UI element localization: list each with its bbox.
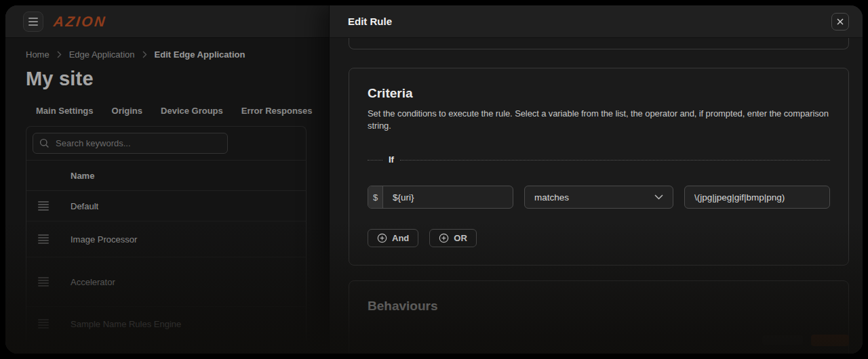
close-button[interactable] — [831, 13, 849, 30]
comparison-input[interactable] — [684, 186, 830, 209]
variable-prefix: $ — [368, 186, 383, 208]
operator-select[interactable]: matches — [524, 186, 673, 209]
add-or-button[interactable]: OR — [429, 229, 477, 247]
modal-header: Edit Rule — [330, 5, 863, 38]
add-and-button[interactable]: And — [368, 229, 418, 247]
modal-backdrop — [5, 5, 329, 354]
criteria-heading: Criteria — [368, 86, 830, 101]
operator-value: matches — [534, 192, 569, 203]
criteria-description: Set the conditions to execute the rule. … — [368, 108, 830, 132]
criteria-section: Criteria Set the conditions to execute t… — [349, 68, 849, 266]
app-window: AZION Home Edge Application Edit Edge Ap… — [5, 5, 863, 354]
modal-title: Edit Rule — [348, 16, 392, 27]
if-separator: If — [368, 155, 830, 165]
edit-rule-modal: Edit Rule Criteria Set the conditions to… — [329, 5, 863, 354]
chevron-down-icon — [654, 194, 663, 200]
save-button[interactable] — [811, 335, 849, 346]
close-icon — [836, 18, 844, 26]
variable-input-group: $ — [368, 186, 513, 209]
plus-circle-icon — [439, 233, 449, 243]
condition-row: $ matches — [368, 186, 830, 209]
cancel-button[interactable] — [762, 335, 803, 345]
variable-input[interactable] — [383, 186, 513, 208]
scrolled-card-edge — [349, 38, 849, 49]
plus-circle-icon — [377, 233, 387, 243]
if-label: If — [382, 154, 400, 165]
behaviours-heading: Behaviours — [368, 299, 830, 314]
